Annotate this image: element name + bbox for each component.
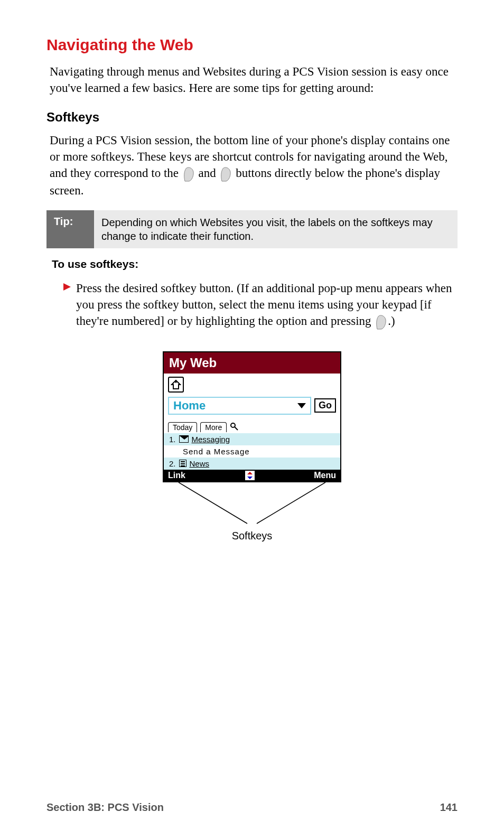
tip-body: Depending on which Websites you visit, t… [94,210,458,248]
ok-button-icon [183,166,194,182]
phone-toolbar [164,374,340,395]
step-bullet-icon [63,280,73,330]
chevron-down-icon [297,403,306,408]
menu-button-icon [220,166,231,182]
main-heading: Navigating the Web [46,36,458,54]
intro-paragraph: Navigating through menus and Websites du… [46,63,458,96]
svg-point-1 [231,423,235,427]
list-label-news: News [190,459,210,468]
annotation-label: Softkeys [163,530,341,542]
step-text-a: Press the desired softkey button. (If an… [76,282,452,328]
softkeys-text-b: and [198,166,219,180]
annotation: Softkeys [163,482,341,542]
search-icon[interactable] [230,422,238,432]
list-num-2: 2. [169,459,176,468]
phone-title: My Web [164,352,340,374]
softkey-left[interactable]: Link [168,471,185,480]
footer-page-number: 141 [440,801,458,814]
step-text: Press the desired softkey button. (If an… [76,280,458,330]
softkey-bar: Link Menu [164,470,340,481]
svg-marker-0 [63,283,71,291]
list-label-messaging: Messaging [192,435,230,444]
tab-today[interactable]: Today [168,422,197,432]
list-sub-send-message[interactable]: Send a Message [164,445,340,458]
svg-line-3 [179,482,247,524]
footer-section: Section 3B: PCS Vision [46,801,164,814]
list-num-1: 1. [169,435,176,444]
go-button[interactable]: Go [314,398,336,413]
list-item-messaging[interactable]: 1. Messaging [164,433,340,445]
phone-screenshot: My Web Home Go Today More 1. [163,351,341,482]
address-value: Home [173,399,206,413]
scroll-indicator-icon [245,471,255,480]
page-footer: Section 3B: PCS Vision 141 [46,801,458,814]
tip-callout: Tip: Depending on which Websites you vis… [46,210,458,248]
svg-line-4 [257,482,325,524]
tip-label: Tip: [46,210,94,248]
tab-row: Today More [164,419,340,433]
ok-button-icon-2 [375,314,387,330]
tab-more[interactable]: More [200,422,227,432]
doc-icon [179,460,186,467]
address-row: Home Go [164,395,340,419]
softkey-right[interactable]: Menu [314,471,336,480]
softkeys-heading: Softkeys [46,110,458,125]
home-icon[interactable] [168,377,184,393]
softkeys-paragraph: During a PCS Vision session, the bottom … [46,132,458,199]
list-item-news[interactable]: 2. News [164,458,340,470]
step-1: Press the desired softkey button. (If an… [46,280,458,330]
step-text-b: .) [388,314,395,328]
address-dropdown[interactable]: Home [168,397,311,415]
to-use-heading: To use softkeys: [46,258,458,270]
envelope-icon [179,435,189,443]
svg-line-2 [235,427,238,430]
